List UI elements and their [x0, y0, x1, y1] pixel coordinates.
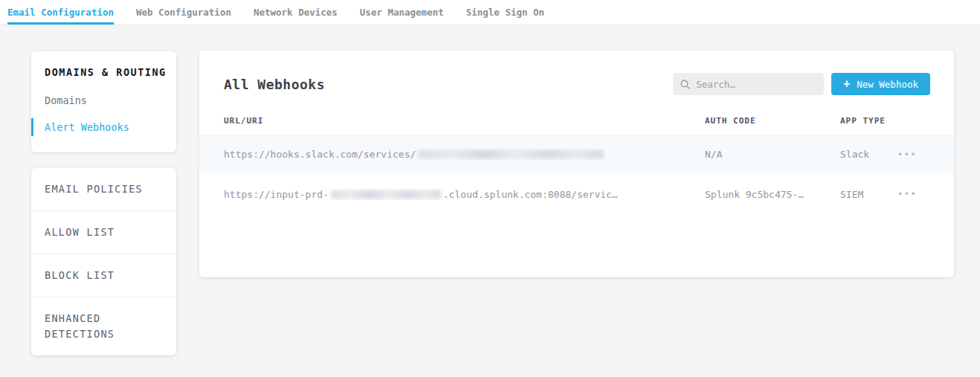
webhook-url-prefix: https://input-prd- [224, 189, 329, 200]
new-webhook-button[interactable]: + New Webhook [831, 73, 930, 95]
search-box[interactable] [673, 73, 824, 95]
table-header-row: URL/URI AUTH CODE APP TYPE [199, 113, 954, 136]
sidebar-item-domains[interactable]: Domains [31, 91, 176, 109]
plus-icon: + [843, 79, 850, 90]
tab-web-configuration[interactable]: Web Configuration [136, 0, 231, 25]
auth-code-cell: Splunk 9c5bc475-… [705, 189, 840, 200]
table-row: https://hooks.slack.com/services/ N/A Sl… [199, 136, 954, 173]
tab-network-devices[interactable]: Network Devices [254, 0, 338, 25]
tab-single-sign-on[interactable]: Single Sign On [466, 0, 544, 25]
sidebar-item-email-policies[interactable]: EMAIL POLICIES [31, 168, 176, 210]
search-input[interactable] [696, 79, 816, 90]
header-actions: + New Webhook [673, 73, 930, 95]
column-header-auth-code: AUTH CODE [705, 116, 840, 126]
webhook-url-suffix: .cloud.splunk.com:8088/servic… [443, 189, 618, 200]
new-webhook-label: New Webhook [857, 79, 918, 90]
table-row: https://input-prd- .cloud.splunk.com:808… [199, 173, 954, 216]
row-more-options-button[interactable]: ••• [897, 146, 917, 163]
webhook-url-prefix: https://hooks.slack.com/services/ [224, 149, 416, 160]
webhook-url-cell: https://hooks.slack.com/services/ [224, 149, 705, 160]
column-header-app-type: APP TYPE [840, 116, 897, 126]
sidebar-domains-routing-card: DOMAINS & ROUTING Domains Alert Webhooks [31, 51, 176, 152]
top-nav: Email Configuration Web Configuration Ne… [0, 0, 980, 25]
redacted-url-segment [331, 190, 441, 199]
sidebar-section-title: DOMAINS & ROUTING [31, 66, 176, 78]
sidebar-item-enhanced-detections[interactable]: ENHANCED DETECTIONS [31, 297, 176, 355]
webhooks-panel: All Webhooks + New Webhook URL/URI AUTH … [199, 51, 954, 277]
webhook-url-cell: https://input-prd- .cloud.splunk.com:808… [224, 189, 705, 200]
page-title: All Webhooks [224, 77, 325, 92]
tab-email-configuration[interactable]: Email Configuration [7, 0, 114, 25]
app-type-cell: Slack [840, 149, 897, 160]
row-more-options-button[interactable]: ••• [897, 186, 917, 202]
tab-user-management[interactable]: User Management [360, 0, 444, 25]
sidebar-item-block-list[interactable]: BLOCK LIST [31, 254, 176, 297]
search-icon [680, 80, 690, 89]
auth-code-cell: N/A [705, 149, 840, 160]
column-header-url: URL/URI [224, 116, 705, 126]
app-type-cell: SIEM [840, 189, 897, 200]
sidebar-item-alert-webhooks[interactable]: Alert Webhooks [31, 118, 176, 136]
panel-header: All Webhooks + New Webhook [199, 51, 954, 113]
redacted-url-segment [418, 149, 604, 159]
sidebar-item-allow-list[interactable]: ALLOW LIST [31, 210, 176, 254]
sidebar-policies-card: EMAIL POLICIES ALLOW LIST BLOCK LIST ENH… [31, 168, 176, 355]
